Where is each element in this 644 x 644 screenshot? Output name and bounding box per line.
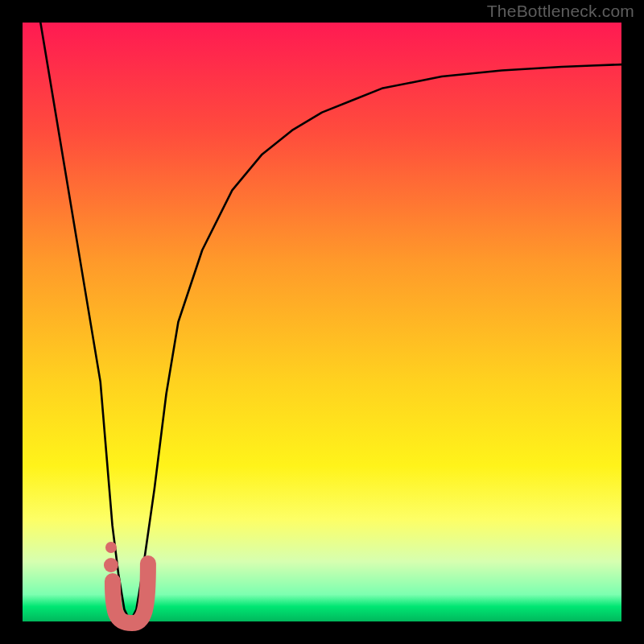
- chart-stage: TheBottleneck.com: [0, 0, 644, 644]
- optimal-marker-dot: [104, 558, 118, 572]
- watermark-text: TheBottleneck.com: [487, 2, 634, 21]
- chart-svg: [0, 0, 644, 644]
- optimal-marker-dot: [105, 542, 117, 553]
